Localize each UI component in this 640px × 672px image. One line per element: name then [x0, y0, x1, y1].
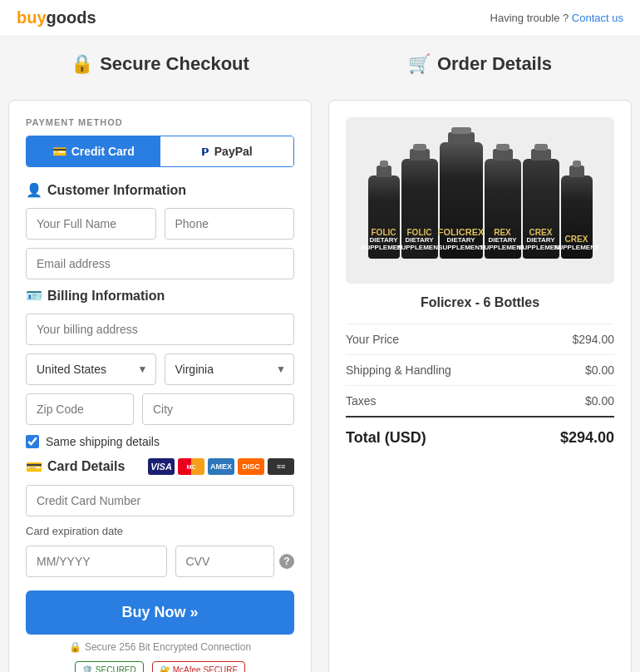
- card-number-input[interactable]: [26, 485, 294, 516]
- billing-info-title: 🪪 Billing Information: [26, 288, 294, 304]
- checkout-form: PAYMENT METHOD 💳 Credit Card 𝗣 PayPal 👤 …: [8, 100, 312, 672]
- expiry-label: Card expiration date: [26, 525, 294, 537]
- full-name-input[interactable]: [26, 208, 156, 240]
- expiry-cvv-row: ?: [26, 546, 294, 577]
- mcafee-icon: 🔐: [160, 665, 170, 672]
- discover-icon: DISC: [238, 458, 264, 475]
- payment-method-label: PAYMENT METHOD: [26, 117, 294, 127]
- user-icon: 👤: [26, 182, 42, 198]
- price-row: Your Price $294.00: [346, 324, 614, 354]
- payment-tabs: 💳 Credit Card 𝗣 PayPal: [26, 136, 294, 167]
- lock-small-icon: 🔒: [69, 641, 81, 653]
- country-wrapper: United States Canada United Kingdom ▼: [26, 353, 156, 385]
- card-icon: 💳: [26, 459, 42, 475]
- email-input[interactable]: [26, 248, 294, 279]
- same-shipping-row: Same shipping details: [26, 435, 294, 448]
- shipping-label: Shipping & Handling: [346, 363, 451, 377]
- shipping-value: $0.00: [585, 363, 614, 377]
- amex-icon: AMEX: [208, 458, 234, 475]
- order-details-panel: FOLICDIETARYSUPPLEMENT FOLICDIETARYSUPPL…: [328, 100, 632, 672]
- total-value: $294.00: [560, 429, 614, 447]
- city-input[interactable]: [142, 393, 294, 425]
- name-phone-row: [26, 208, 294, 240]
- zip-input[interactable]: [26, 393, 134, 425]
- page-header: buygoods Having trouble ? Contact us: [0, 0, 640, 37]
- same-shipping-checkbox[interactable]: [26, 435, 39, 448]
- total-label: Total (USD): [346, 429, 426, 447]
- state-wrapper: Virginia California Texas New York ▼: [165, 353, 295, 385]
- email-row: [26, 248, 294, 279]
- paypal-tab[interactable]: 𝗣 PayPal: [160, 136, 294, 166]
- card-details-header: 💳 Card Details VISA MC AMEX DISC ≡≡: [26, 458, 294, 475]
- checkout-header: 🔒 Credit Card Secure Checkout: [8, 45, 312, 83]
- price-value: $294.00: [572, 333, 614, 346]
- billing-address-input[interactable]: [26, 314, 294, 345]
- bottle-4: REXDIETARYSUPPLEMENT: [485, 159, 521, 259]
- trouble-text: Having trouble ? Contact us: [490, 12, 623, 24]
- bottle-2: FOLICDIETARYSUPPLEMENT: [401, 159, 438, 259]
- bottle-group: FOLICDIETARYSUPPLEMENT FOLICDIETARYSUPPL…: [368, 142, 593, 259]
- secured-badge: 🛡️ SECURED: [75, 661, 144, 672]
- shipping-row: Shipping & Handling $0.00: [346, 354, 614, 385]
- credit-card-icon: 💳: [52, 145, 66, 158]
- card-icons-group: VISA MC AMEX DISC ≡≡: [148, 458, 294, 475]
- bottle-3: FOLICREXDIETARYSUPPLEMENT: [440, 142, 483, 259]
- expiry-input[interactable]: [26, 546, 167, 577]
- same-shipping-label: Same shipping details: [46, 435, 160, 448]
- mcafee-badge: 🔐 McAfee SECURE: [152, 661, 245, 672]
- visa-icon: VISA: [148, 458, 175, 475]
- secure-badges: 🛡️ SECURED 🔐 McAfee SECURE: [26, 661, 294, 672]
- secure-text: 🔒 Secure 256 Bit Encrypted Connection: [26, 641, 294, 653]
- cvv-wrapper: ?: [175, 546, 295, 577]
- product-name: Folicrex - 6 Bottles: [346, 295, 614, 310]
- billing-address-row: [26, 314, 294, 345]
- bottle-1: FOLICDIETARYSUPPLEMENT: [368, 175, 400, 259]
- other-card-icon: ≡≡: [268, 458, 294, 475]
- cvv-help-icon[interactable]: ?: [279, 554, 294, 569]
- product-image: FOLICDIETARYSUPPLEMENT FOLICDIETARYSUPPL…: [346, 117, 614, 284]
- taxes-value: $0.00: [585, 394, 614, 408]
- credit-card-tab[interactable]: 💳 Credit Card: [27, 136, 160, 166]
- bottle-6: CREXSUPPLEMENT: [561, 175, 593, 259]
- contact-link[interactable]: Contact us: [572, 12, 623, 24]
- card-details-title: 💳 Card Details: [26, 459, 125, 475]
- id-card-icon: 🪪: [26, 288, 42, 304]
- country-state-row: United States Canada United Kingdom ▼ Vi…: [26, 353, 294, 385]
- country-select[interactable]: United States Canada United Kingdom: [26, 353, 156, 385]
- shield-icon: 🛡️: [82, 665, 92, 672]
- lock-icon: 🔒: [71, 53, 93, 75]
- state-select[interactable]: Virginia California Texas New York: [165, 353, 295, 385]
- logo: buygoods: [17, 8, 96, 27]
- order-details-header: 🛒 Order Details: [328, 45, 632, 83]
- mastercard-icon: MC: [178, 458, 204, 475]
- zip-city-row: [26, 393, 294, 425]
- taxes-label: Taxes: [346, 394, 377, 408]
- price-label: Your Price: [346, 333, 399, 346]
- phone-input[interactable]: [165, 208, 295, 240]
- card-number-row: [26, 485, 294, 516]
- buy-now-button[interactable]: Buy Now »: [26, 590, 294, 635]
- customer-info-title: 👤 Customer Information: [26, 182, 294, 198]
- taxes-row: Taxes $0.00: [346, 385, 614, 416]
- total-row: Total (USD) $294.00: [346, 416, 614, 458]
- paypal-icon: 𝗣: [201, 146, 209, 158]
- cart-icon: 🛒: [408, 53, 431, 75]
- cvv-input[interactable]: [175, 546, 275, 577]
